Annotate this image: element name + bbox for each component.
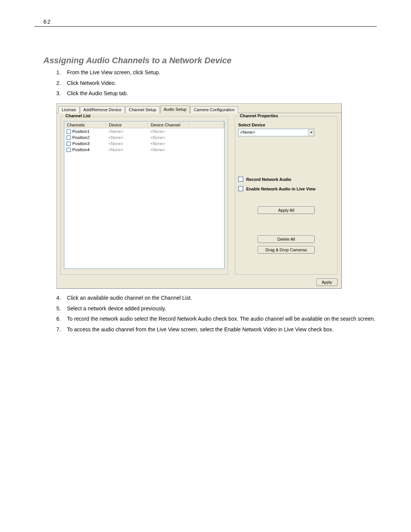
row-device: <None> xyxy=(106,135,148,140)
row-name: Position1 xyxy=(72,129,89,134)
row-name: Position2 xyxy=(72,135,89,140)
step-text: Select a network device added previously… xyxy=(67,305,166,313)
table-row[interactable]: Position4 <None> <None> xyxy=(64,147,224,153)
tab-add-remove-device[interactable]: Add/Remove Device xyxy=(80,106,125,113)
row-device-channel: <None> xyxy=(148,135,190,140)
tab-audio-setup[interactable]: Audio Setup xyxy=(160,105,190,113)
channel-properties-group: Channel Properties Select Device <None> … xyxy=(235,116,338,275)
tab-bar: License Add/Remove Device Channel Setup … xyxy=(57,104,341,113)
page-number: 62 xyxy=(34,18,51,25)
col-channels[interactable]: Channels xyxy=(64,121,106,128)
col-device-channel[interactable]: Device Channel xyxy=(148,121,190,128)
apply-button[interactable]: Apply xyxy=(316,278,338,286)
section-title: Assigning Audio Channels to a Network De… xyxy=(43,56,377,66)
record-network-audio-label: Record Network Audio xyxy=(246,177,291,182)
step-text: To access the audio channel from the Liv… xyxy=(67,326,333,334)
tab-camera-configuration[interactable]: Camera Configuration xyxy=(190,106,238,113)
col-device[interactable]: Device xyxy=(106,121,148,128)
step-text: Click an available audio channel on the … xyxy=(67,294,192,302)
select-device-label: Select Device xyxy=(238,123,334,127)
enable-network-audio-live-checkbox[interactable] xyxy=(238,186,243,191)
enable-network-audio-live-label: Enable Network Audio in Live View xyxy=(246,187,315,191)
apply-all-button[interactable]: Apply All xyxy=(258,206,315,214)
row-checkbox[interactable] xyxy=(67,148,71,152)
row-device: <None> xyxy=(106,141,148,146)
step-num: 7. xyxy=(56,326,67,334)
row-name: Position4 xyxy=(72,147,89,152)
tab-license[interactable]: License xyxy=(58,106,80,113)
record-network-audio-checkbox[interactable] xyxy=(238,177,243,182)
step-text: Click the Audio Setup tab. xyxy=(67,89,128,98)
list-header: Channels Device Device Channel xyxy=(64,121,224,128)
audio-setup-dialog: License Add/Remove Device Channel Setup … xyxy=(56,103,342,289)
delete-all-button[interactable]: Delete All xyxy=(258,235,315,243)
table-row[interactable]: Position1 <None> <None> xyxy=(64,128,224,134)
step-text: Click Network Video. xyxy=(67,79,116,88)
step-num: 1. xyxy=(56,69,67,77)
row-checkbox[interactable] xyxy=(67,142,71,146)
step-num: 4. xyxy=(56,294,67,302)
step-num: 2. xyxy=(56,79,67,88)
table-row[interactable]: Position2 <None> <None> xyxy=(64,134,224,141)
channel-properties-legend: Channel Properties xyxy=(238,113,280,118)
row-device-channel: <None> xyxy=(148,129,190,134)
table-row[interactable]: Position3 <None> <None> xyxy=(64,141,224,147)
row-checkbox[interactable] xyxy=(67,129,71,134)
step-text: From the Live View screen, click Setup. xyxy=(67,69,160,77)
row-device-channel: <None> xyxy=(148,147,190,152)
channel-list-group: Channel List Channels Device Device Chan… xyxy=(61,116,228,275)
col-spacer xyxy=(190,121,224,128)
steps-bottom: 4.Click an available audio channel on th… xyxy=(56,294,377,334)
steps-top: 1.From the Live View screen, click Setup… xyxy=(56,69,377,98)
step-num: 5. xyxy=(56,305,67,313)
row-name: Position3 xyxy=(72,141,89,146)
row-device-channel: <None> xyxy=(148,141,190,146)
row-checkbox[interactable] xyxy=(67,136,71,140)
chevron-down-icon[interactable] xyxy=(308,129,314,136)
select-device-dropdown[interactable]: <None> xyxy=(238,129,314,136)
step-num: 3. xyxy=(56,89,67,98)
step-text: To record the network audio select the R… xyxy=(67,315,375,323)
channel-list-view[interactable]: Channels Device Device Channel Position1… xyxy=(64,121,225,269)
step-num: 6. xyxy=(56,315,67,323)
tab-channel-setup[interactable]: Channel Setup xyxy=(125,106,160,113)
row-device: <None> xyxy=(106,129,148,134)
channel-list-legend: Channel List xyxy=(64,113,92,118)
drag-drop-cameras-button[interactable]: Drag & Drop Cameras xyxy=(258,246,315,254)
select-device-value: <None> xyxy=(239,129,308,136)
row-device: <None> xyxy=(106,147,148,152)
